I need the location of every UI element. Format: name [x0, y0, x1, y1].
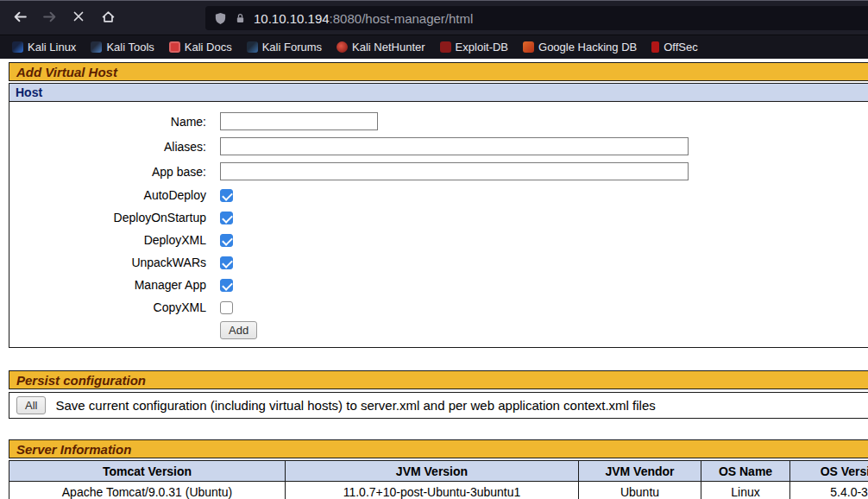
aliases-label: Aliases: [9, 140, 213, 154]
url-path: :8080/host-manager/html [330, 11, 474, 26]
bookmarks-bar: Kali Linux Kali Tools Kali Docs Kali For… [0, 35, 868, 59]
home-icon [101, 9, 116, 27]
manager-app-row: Manager App [9, 274, 868, 296]
home-button[interactable] [95, 5, 121, 31]
deployonstartup-label: DeployOnStartup [9, 211, 213, 224]
bookmark-label: Kali Forums [262, 41, 322, 54]
stop-button[interactable] [66, 5, 91, 31]
name-label: Name: [9, 115, 213, 129]
kali-forums-favicon-icon [247, 41, 258, 53]
name-input[interactable] [220, 112, 378, 130]
bookmark-label: Kali Linux [28, 41, 76, 54]
persist-row: All Save current configuration (includin… [9, 392, 868, 419]
kali-docs-favicon-icon [169, 41, 180, 53]
col-jvm-version: JVM Version [286, 461, 579, 482]
unpackwars-checkbox[interactable] [220, 256, 233, 269]
bookmark-kali-nethunter[interactable]: Kali NetHunter [337, 41, 425, 54]
server-info-data-row: Apache Tomcat/9.0.31 (Ubuntu) 11.0.7+10-… [9, 482, 868, 499]
deployxml-label: DeployXML [9, 233, 213, 247]
host-box: Host Name: Aliases: App base: AutoDeploy [9, 83, 868, 348]
aliases-input[interactable] [220, 137, 689, 155]
url-host: 10.10.10.194 [254, 11, 330, 26]
app-base-label: App base: [9, 165, 213, 179]
bookmark-exploit-db[interactable]: Exploit-DB [440, 41, 508, 54]
col-tomcat-version: Tomcat Version [9, 461, 286, 482]
browser-toolbar: 10.10.10.194:8080/host-manager/html [0, 0, 868, 35]
bookmark-kali-forums[interactable]: Kali Forums [247, 41, 322, 54]
bookmark-label: Kali NetHunter [352, 41, 425, 54]
app-base-row: App base: [9, 159, 868, 184]
offsec-favicon-icon [651, 41, 659, 53]
back-button[interactable] [7, 5, 33, 31]
jvm-vendor-value: Ubuntu [579, 482, 701, 499]
autodeploy-row: AutoDeploy [9, 184, 868, 206]
aliases-row: Aliases: [9, 134, 868, 159]
add-button-row: Add [220, 321, 868, 339]
bookmark-label: OffSec [664, 41, 698, 54]
add-button[interactable]: Add [220, 321, 257, 339]
server-information-table: Tomcat Version JVM Version JVM Vendor OS… [9, 460, 868, 499]
back-arrow-icon [13, 9, 28, 27]
forward-button[interactable] [36, 5, 62, 31]
exploit-db-favicon-icon [440, 41, 451, 53]
host-header: Host [9, 84, 868, 102]
bookmark-kali-docs[interactable]: Kali Docs [169, 41, 232, 54]
bookmark-kali-linux[interactable]: Kali Linux [12, 41, 76, 54]
unpackwars-row: UnpackWARs [9, 251, 868, 274]
bookmark-label: Kali Tools [106, 41, 154, 54]
deployonstartup-checkbox[interactable] [220, 212, 233, 224]
deployxml-row: DeployXML [9, 229, 868, 251]
add-virtual-host-section: Add Virtual Host Host Name: Aliases: App… [9, 62, 868, 348]
forward-arrow-icon [42, 9, 57, 27]
col-os-version: OS Version [790, 461, 868, 482]
kali-linux-favicon-icon [12, 41, 23, 53]
os-version-value: 5.4.0-31 [790, 482, 868, 499]
copyxml-label: CopyXML [9, 300, 213, 314]
shield-icon[interactable] [214, 12, 227, 25]
copyxml-checkbox[interactable] [220, 301, 233, 314]
host-manager-page: Add Virtual Host Host Name: Aliases: App… [0, 59, 868, 499]
add-virtual-host-title: Add Virtual Host [9, 62, 868, 81]
all-button[interactable]: All [16, 396, 46, 414]
autodeploy-label: AutoDeploy [9, 188, 213, 202]
autodeploy-checkbox[interactable] [220, 189, 233, 202]
jvm-version-value: 11.0.7+10-post-Ubuntu-3ubuntu1 [286, 482, 579, 499]
bookmark-label: Kali Docs [185, 41, 232, 54]
name-row: Name: [9, 109, 868, 134]
deployonstartup-row: DeployOnStartup [9, 206, 868, 229]
tomcat-version-value: Apache Tomcat/9.0.31 (Ubuntu) [9, 482, 286, 499]
os-name-value: Linux [701, 482, 790, 499]
url-text: 10.10.10.194:8080/host-manager/html [254, 11, 473, 26]
manager-app-checkbox[interactable] [220, 279, 233, 292]
persist-configuration-section: Persist configuration All Save current c… [9, 370, 868, 419]
add-host-form: Name: Aliases: App base: AutoDeploy Depl… [9, 102, 868, 347]
bookmark-offsec[interactable]: OffSec [651, 41, 698, 54]
app-base-input[interactable] [220, 162, 689, 180]
bookmark-kali-tools[interactable]: Kali Tools [91, 41, 154, 54]
server-information-section: Server Information Tomcat Version JVM Ve… [9, 439, 868, 499]
bookmark-label: Exploit-DB [456, 41, 508, 54]
persist-description: Save current configuration (including vi… [55, 398, 655, 413]
manager-app-label: Manager App [9, 278, 213, 292]
deployxml-checkbox[interactable] [220, 234, 233, 247]
server-information-title: Server Information [9, 439, 868, 458]
unpackwars-label: UnpackWARs [9, 256, 213, 269]
stop-x-icon [72, 9, 85, 26]
google-hacking-db-favicon-icon [523, 41, 534, 53]
col-jvm-vendor: JVM Vendor [579, 461, 701, 482]
col-os-name: OS Name [701, 461, 790, 482]
persist-configuration-title: Persist configuration [9, 370, 868, 389]
bookmark-label: Google Hacking DB [538, 41, 637, 54]
kali-tools-favicon-icon [91, 41, 102, 53]
lock-icon[interactable] [235, 12, 246, 24]
server-info-header-row: Tomcat Version JVM Version JVM Vendor OS… [9, 461, 868, 482]
url-bar[interactable]: 10.10.10.194:8080/host-manager/html [205, 6, 868, 30]
kali-nethunter-favicon-icon [337, 41, 348, 53]
copyxml-row: CopyXML [9, 296, 868, 319]
bookmark-google-hacking-db[interactable]: Google Hacking DB [523, 41, 637, 54]
